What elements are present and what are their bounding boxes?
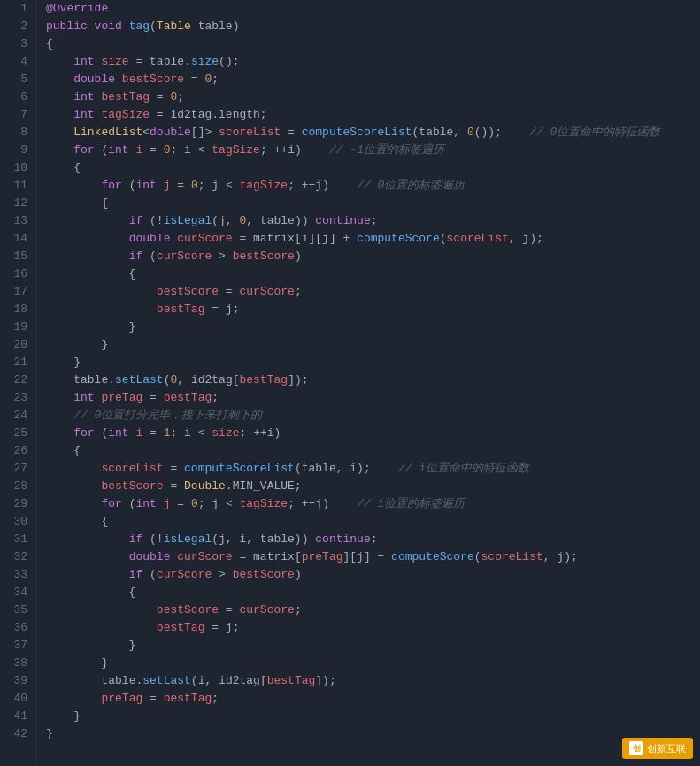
code-token: Table <box>157 19 198 33</box>
line-number: 14 <box>9 230 27 248</box>
code-token: // i位置命中的特征函数 <box>398 462 529 475</box>
code-token: } <box>46 338 108 351</box>
code-token: size <box>191 55 219 68</box>
code-token: isLegal <box>164 214 212 227</box>
code-token: 0 <box>191 497 198 510</box>
code-line: double curScore = matrix[preTag][j] + co… <box>46 548 700 566</box>
line-number: 9 <box>9 142 27 159</box>
code-line: { <box>46 35 700 53</box>
code-line: if (curScore > bestScore) <box>46 248 700 265</box>
code-token: curScore <box>239 285 294 298</box>
code-token <box>46 285 157 298</box>
code-token: < <box>142 126 150 139</box>
code-token: > <box>212 568 232 581</box>
code-token: ; <box>371 532 378 546</box>
code-token: bestScore <box>233 249 295 263</box>
line-number: 31 <box>9 531 27 548</box>
code-token: scoreList <box>219 126 281 139</box>
code-line: bestScore = Double.MIN_VALUE; <box>46 478 700 495</box>
line-number: 27 <box>9 460 27 478</box>
line-number: 34 <box>9 584 27 601</box>
code-token: } <box>46 656 108 670</box>
line-number: 16 <box>9 265 27 283</box>
code-line: bestTag = j; <box>46 301 700 318</box>
code-token <box>46 674 101 687</box>
code-token: { <box>46 586 135 599</box>
code-token: int <box>135 497 163 510</box>
line-number: 15 <box>9 248 27 265</box>
code-token: = <box>142 143 163 157</box>
code-token: bestTag <box>157 303 205 316</box>
code-token: { <box>46 161 81 174</box>
code-token: preTag <box>101 692 142 705</box>
code-token: double <box>129 550 178 563</box>
code-token: 0 <box>467 126 474 139</box>
code-token <box>46 603 157 617</box>
code-token: tagSize <box>240 497 288 510</box>
code-token: ][j] + <box>343 550 392 563</box>
line-number: 18 <box>9 301 27 318</box>
code-token: tagSize <box>212 143 260 157</box>
code-line: { <box>46 195 700 212</box>
code-token: = j; <box>204 303 239 316</box>
code-token: .length; <box>212 108 266 121</box>
code-token: ; <box>212 391 219 404</box>
code-token: curScore <box>177 550 232 563</box>
code-line: int tagSize = id2tag.length; <box>46 106 700 124</box>
line-number: 17 <box>9 283 27 301</box>
code-content[interactable]: @Overridepublic void tag(Table table){ i… <box>37 0 700 766</box>
line-number: 3 <box>9 35 27 53</box>
code-token: computeScoreList <box>302 126 412 139</box>
code-token: [ <box>295 550 302 563</box>
code-token: [i][j] + <box>295 232 357 245</box>
code-token: ; <box>295 285 302 298</box>
code-token: []> <box>191 126 219 139</box>
code-token: 0 <box>191 179 198 192</box>
code-token: . <box>184 55 191 68</box>
line-number: 30 <box>9 513 27 531</box>
line-number: 6 <box>9 88 27 106</box>
code-line: } <box>46 336 700 354</box>
code-line: double bestScore = 0; <box>46 71 700 88</box>
line-number-gutter: 1234567891011121314151617181920212223242… <box>0 0 37 766</box>
code-token: for <box>101 179 128 192</box>
code-line: int size = table.size(); <box>46 53 700 71</box>
line-number: 38 <box>9 655 27 672</box>
code-token: id2tag <box>219 674 260 687</box>
code-token: (j, i, table)) <box>212 532 315 546</box>
code-token: if <box>129 214 150 227</box>
code-token: ; <box>212 692 219 705</box>
code-token: ; <box>212 73 219 86</box>
code-token: bestScore <box>101 479 163 493</box>
code-token: bestTag <box>267 674 316 687</box>
code-token: Double <box>184 479 226 493</box>
code-token: setLast <box>142 674 191 687</box>
line-number: 26 <box>9 442 27 460</box>
code-token <box>46 126 73 139</box>
watermark: 创 创新互联 <box>622 738 693 759</box>
code-token: // -1位置的标签遍历 <box>315 143 444 157</box>
line-number: 19 <box>9 318 27 336</box>
code-token: bestTag <box>240 373 288 387</box>
code-token: size <box>212 426 239 440</box>
line-number: 4 <box>9 53 27 71</box>
code-token: tagSize <box>240 179 288 192</box>
code-token <box>46 214 129 227</box>
code-token: = <box>142 391 163 404</box>
code-line: @Override <box>46 0 700 18</box>
code-token <box>46 249 129 263</box>
line-number: 1 <box>9 0 27 18</box>
code-token: bestTag <box>101 90 150 103</box>
code-line: { <box>46 513 700 531</box>
code-line: int bestTag = 0; <box>46 88 700 106</box>
code-token: int <box>73 391 101 404</box>
code-line: { <box>46 584 700 601</box>
code-token: ) <box>295 249 302 263</box>
line-number: 32 <box>9 548 27 566</box>
code-token: int <box>73 108 101 121</box>
code-token <box>46 373 73 387</box>
code-token: (! <box>150 214 164 227</box>
code-line: if (!isLegal(j, 0, table)) continue; <box>46 212 700 230</box>
code-line: bestScore = curScore; <box>46 601 700 619</box>
code-line: if (!isLegal(j, i, table)) continue; <box>46 531 700 548</box>
